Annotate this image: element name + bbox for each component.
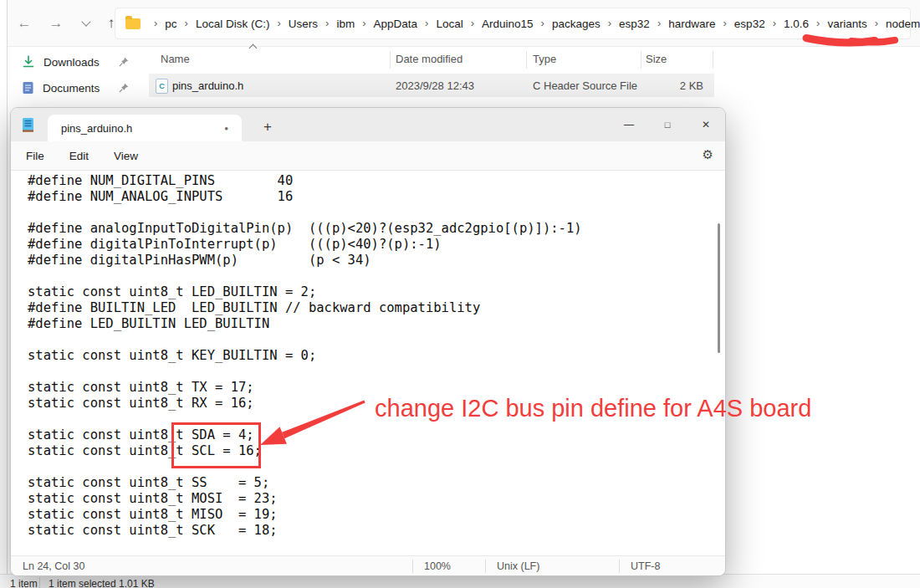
column-divider[interactable] (641, 51, 641, 69)
new-tab-button[interactable]: + (255, 115, 280, 140)
line-ending[interactable]: Unix (LF) (497, 560, 539, 572)
breadcrumb-item-pc[interactable]: pc (163, 15, 178, 33)
chevron-right-icon: › (810, 17, 825, 31)
up-icon: ↑ (108, 15, 115, 32)
column-divider[interactable] (390, 51, 391, 69)
chevron-down-icon (81, 17, 90, 26)
pin-icon[interactable] (119, 83, 129, 93)
sidebar-item-label: Downloads (43, 56, 119, 69)
selection-info: 1 item selected 1.01 KB (49, 578, 155, 588)
breadcrumb-item-local[interactable]: Local (434, 15, 464, 33)
breadcrumb-item-local-disk[interactable]: Local Disk (C:) (194, 15, 272, 33)
sidebar-item-downloads[interactable]: Downloads (22, 51, 129, 73)
file-size: 2 KB (641, 79, 703, 92)
notepad-menubar: File Edit View ⚙ (11, 141, 725, 171)
plus-icon: + (263, 119, 272, 135)
menu-file[interactable]: File (19, 146, 51, 166)
download-icon (22, 55, 35, 69)
tab-title: pins_arduino.h (61, 122, 224, 135)
explorer-window-edge (7, 0, 8, 588)
chevron-right-icon: › (869, 17, 884, 31)
notepad-tabbar: pins_arduino.h ● + — □ ✕ (11, 108, 725, 141)
maximize-button[interactable]: □ (648, 108, 687, 141)
breadcrumb-item-hardware[interactable]: hardware (667, 15, 717, 33)
chevron-right-icon: › (535, 17, 550, 31)
menu-edit[interactable]: Edit (63, 146, 95, 166)
chevron-right-icon: › (465, 17, 480, 31)
pin-icon[interactable] (119, 57, 129, 67)
zoom-level[interactable]: 100% (424, 560, 451, 572)
chevron-right-icon: › (356, 17, 371, 31)
sidebar-item-label: Documents (43, 82, 119, 95)
file-type: C Header Source File (533, 79, 637, 92)
chevron-right-icon: › (271, 17, 286, 31)
back-button[interactable]: ← (12, 11, 37, 36)
breadcrumb-item-packages[interactable]: packages (550, 15, 602, 33)
back-icon: ← (18, 15, 32, 32)
column-header-date-modified[interactable]: Date modified (396, 53, 463, 65)
code-text[interactable]: #define NUM_DIGITAL_PINS 40 #define NUM_… (11, 171, 725, 539)
breadcrumb-item-esp32[interactable]: esp32 (617, 15, 652, 33)
chevron-right-icon: › (767, 17, 782, 31)
breadcrumb-item-arduino15[interactable]: Arduino15 (480, 15, 535, 33)
minimize-button[interactable]: — (610, 108, 648, 141)
file-row-pins-arduino[interactable]: C pins_arduino.h 2023/9/28 12:43 C Heade… (149, 74, 714, 97)
chevron-right-icon: › (179, 17, 194, 31)
recent-locations-button[interactable] (74, 11, 99, 36)
breadcrumb-item-appdata[interactable]: AppData (372, 15, 420, 33)
status-divider (412, 560, 413, 573)
breadcrumb-item-esp32-2[interactable]: esp32 (733, 15, 767, 33)
breadcrumb-item-variants[interactable]: variants (825, 15, 868, 33)
vertical-scrollbar[interactable] (718, 223, 720, 353)
encoding[interactable]: UTF-8 (631, 560, 660, 572)
notepad-app-icon (21, 117, 35, 133)
breadcrumb: › pc › Local Disk (C:) › Users › ibm › A… (115, 8, 911, 39)
chevron-right-icon: › (148, 17, 163, 31)
file-date-modified: 2023/9/28 12:43 (396, 79, 474, 92)
c-header-file-icon: C (156, 79, 168, 94)
status-divider (39, 577, 40, 588)
status-divider (619, 560, 620, 573)
chevron-right-icon: › (718, 17, 733, 31)
column-divider[interactable] (713, 51, 713, 69)
chevron-right-icon: › (319, 17, 335, 31)
chevron-right-icon: › (419, 17, 434, 31)
forward-icon: → (49, 15, 64, 32)
file-name: pins_arduino.h (172, 79, 243, 92)
breadcrumb-item-version[interactable]: 1.0.6 (782, 15, 810, 33)
unsaved-changes-dot: ● (224, 125, 228, 132)
column-header-name[interactable]: Name (161, 53, 190, 65)
status-divider (485, 560, 486, 573)
window-controls: — □ ✕ (610, 108, 725, 141)
sidebar-item-documents[interactable]: Documents (22, 77, 129, 99)
forward-button[interactable]: → (43, 11, 69, 36)
breadcrumb-item-nodemcu-32s[interactable]: nodemcu-32s (884, 15, 920, 33)
folder-icon (125, 18, 141, 29)
document-icon (22, 81, 34, 95)
tab-pins-arduino[interactable]: pins_arduino.h ● (48, 115, 242, 141)
column-header-size[interactable]: Size (646, 53, 667, 65)
chevron-right-icon: › (652, 17, 667, 31)
breadcrumb-item-users[interactable]: Users (287, 15, 319, 33)
column-header-type[interactable]: Type (533, 53, 556, 65)
menu-view[interactable]: View (107, 146, 145, 166)
notepad-window: pins_arduino.h ● + — □ ✕ File Edit View … (10, 107, 726, 576)
breadcrumb-item-ibm[interactable]: ibm (335, 15, 356, 33)
editor-area[interactable]: #define NUM_DIGITAL_PINS 40 #define NUM_… (11, 171, 725, 555)
column-divider[interactable] (526, 51, 527, 69)
settings-gear-icon[interactable]: ⚙ (703, 147, 713, 162)
close-button[interactable]: ✕ (687, 108, 725, 141)
cursor-position: Ln 24, Col 30 (23, 560, 84, 572)
notepad-statusbar: Ln 24, Col 30 100% Unix (LF) UTF-8 (11, 555, 725, 576)
item-count: 1 item (10, 578, 38, 588)
chevron-right-icon: › (602, 17, 617, 31)
